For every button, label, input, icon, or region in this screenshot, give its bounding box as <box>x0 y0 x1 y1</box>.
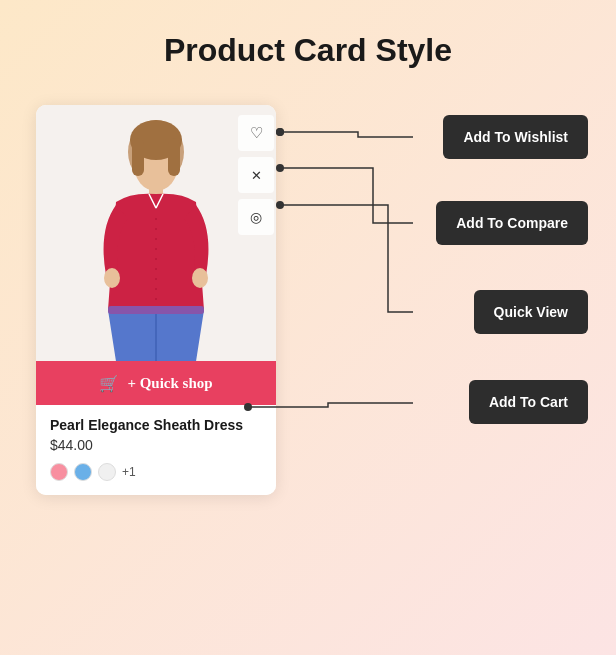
add-to-compare-button[interactable]: Add To Compare <box>436 201 588 245</box>
wishlist-icon-btn[interactable]: ♡ <box>238 115 274 151</box>
card-image-area: ♡ ✕ ◎ 🛒 + Quick shop <box>36 105 276 405</box>
swatch-pink[interactable] <box>50 463 68 481</box>
quick-view-button[interactable]: Quick View <box>474 290 588 334</box>
swatch-more: +1 <box>122 465 136 479</box>
cart-icon-small: 🛒 <box>99 374 119 393</box>
quick-shop-label: + Quick shop <box>127 375 212 392</box>
svg-point-12 <box>276 128 284 136</box>
quick-shop-bar[interactable]: 🛒 + Quick shop <box>36 361 276 405</box>
swatch-white[interactable] <box>98 463 116 481</box>
eye-icon: ◎ <box>250 209 262 225</box>
card-info: Pearl Elegance Sheath Dress $44.00 +1 <box>36 405 276 495</box>
compare-icon-btn[interactable]: ✕ <box>238 157 274 193</box>
swatch-blue[interactable] <box>74 463 92 481</box>
svg-point-14 <box>276 201 284 209</box>
heart-icon: ♡ <box>250 124 263 142</box>
color-swatches: +1 <box>50 463 262 481</box>
add-to-cart-button[interactable]: Add To Cart <box>469 380 588 424</box>
svg-point-8 <box>192 268 208 288</box>
diagram-area: ♡ ✕ ◎ 🛒 + Quick shop Pearl Elegance Shea… <box>0 105 616 585</box>
product-price: $44.00 <box>50 437 262 453</box>
product-card: ♡ ✕ ◎ 🛒 + Quick shop Pearl Elegance Shea… <box>36 105 276 495</box>
svg-rect-3 <box>132 138 144 176</box>
product-image <box>76 110 236 400</box>
product-name: Pearl Elegance Sheath Dress <box>50 417 262 433</box>
svg-point-7 <box>104 268 120 288</box>
svg-rect-4 <box>168 138 180 176</box>
svg-rect-10 <box>108 306 204 314</box>
icon-sidebar: ♡ ✕ ◎ <box>236 105 276 405</box>
svg-point-13 <box>276 164 284 172</box>
quickview-icon-btn[interactable]: ◎ <box>238 199 274 235</box>
svg-point-11 <box>276 128 284 136</box>
page-title: Product Card Style <box>164 32 452 69</box>
compare-icon: ✕ <box>251 168 262 183</box>
add-to-wishlist-button[interactable]: Add To Wishlist <box>443 115 588 159</box>
